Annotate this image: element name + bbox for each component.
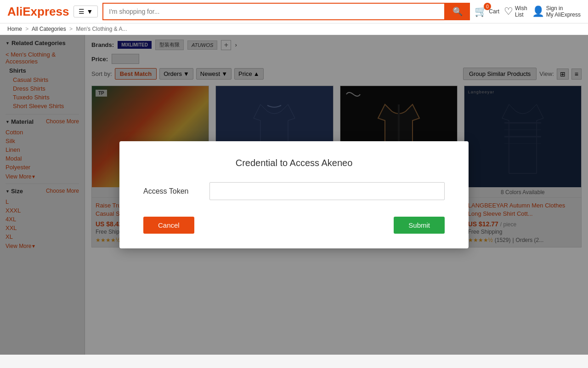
breadcrumb-home[interactable]: Home [7,26,22,32]
menu-icon: ☰ [79,8,85,15]
modal-access-token-input[interactable] [209,182,445,200]
signin-label: Sign inMy AliExpress [546,5,581,18]
breadcrumb: Home > All Categories > Men's Clothing &… [0,23,588,35]
logo[interactable]: AliExpress [7,5,69,19]
wishlist-link[interactable]: ♡ WishList [504,5,527,18]
header: AliExpress ☰ ▼ 🔍 🛒 0 Cart ♡ WishList 👤 S… [0,0,588,23]
modal-actions: Cancel Submit [143,217,445,234]
search-button[interactable]: 🔍 [445,3,470,20]
breadcrumb-all-categories[interactable]: All Categories [32,26,66,32]
modal-dialog: Credential to Access Akeneo Access Token… [119,141,469,248]
submit-button[interactable]: Submit [394,217,445,234]
breadcrumb-sep-1: > [25,26,28,32]
search-input[interactable] [102,3,445,20]
cart-label: Cart [489,8,499,15]
modal-field-row: Access Token [143,182,445,200]
modal-overlay: Credential to Access Akeneo Access Token… [0,35,588,355]
wishlist-icon: ♡ [504,6,513,17]
menu-arrow: ▼ [86,8,93,15]
breadcrumb-sep-2: > [69,26,73,32]
modal-title: Credential to Access Akeneo [143,158,445,168]
main-layout: ▼ Related Categories < Men's Clothing & … [0,35,588,355]
cart-count-badge: 0 [484,3,491,10]
wishlist-label: WishList [515,5,527,18]
signin-icon: 👤 [532,6,544,17]
cancel-button[interactable]: Cancel [143,217,194,234]
signin-link[interactable]: 👤 Sign inMy AliExpress [532,5,581,18]
modal-field-label: Access Token [143,187,198,196]
cart-wrap[interactable]: 🛒 0 Cart [475,6,499,17]
search-bar: 🔍 [102,3,470,20]
menu-button[interactable]: ☰ ▼ [74,6,98,17]
breadcrumb-current: Men's Clothing & A... [76,26,127,32]
